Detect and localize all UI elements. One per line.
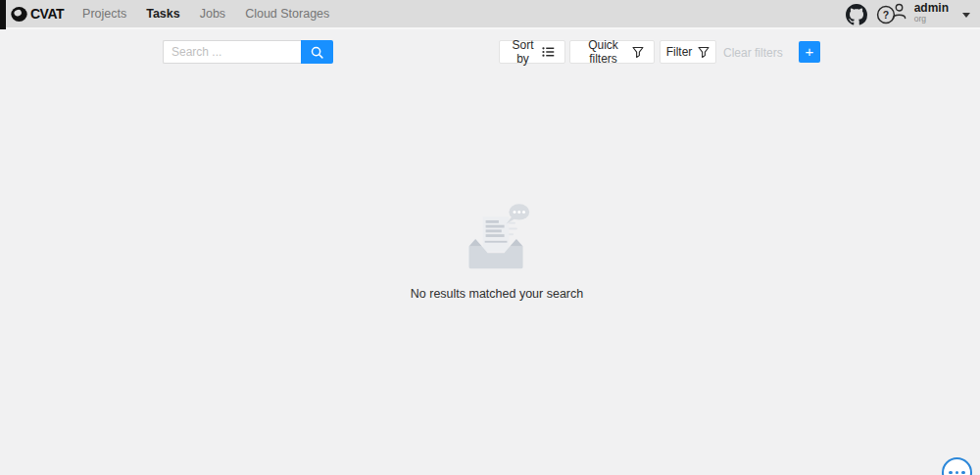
tasks-page: CVAT Projects Tasks Jobs Cloud Storages … bbox=[0, 0, 980, 475]
empty-state: No results matched your search bbox=[350, 202, 644, 301]
top-navbar: CVAT Projects Tasks Jobs Cloud Storages … bbox=[0, 0, 980, 29]
cvat-logo[interactable]: CVAT bbox=[10, 5, 64, 24]
user-icon bbox=[891, 2, 907, 24]
search-icon bbox=[311, 46, 323, 59]
filter-button[interactable]: Filter bbox=[660, 40, 716, 64]
funnel-icon bbox=[632, 46, 644, 59]
empty-state-message: No results matched your search bbox=[350, 287, 644, 301]
svg-text:?: ? bbox=[883, 9, 889, 21]
empty-inbox-illustration bbox=[460, 202, 534, 278]
search-button[interactable] bbox=[301, 40, 333, 64]
user-org: org bbox=[914, 15, 949, 24]
chat-dots-icon bbox=[956, 471, 959, 475]
window-edge-strip bbox=[0, 0, 6, 29]
filter-label: Filter bbox=[666, 45, 693, 59]
create-task-button[interactable]: + bbox=[799, 41, 820, 63]
search-input[interactable] bbox=[163, 40, 301, 64]
nav-item-cloud-storages[interactable]: Cloud Storages bbox=[245, 7, 329, 21]
sort-by-button[interactable]: Sort by bbox=[499, 40, 565, 64]
github-icon[interactable] bbox=[846, 4, 867, 25]
unordered-list-icon bbox=[542, 46, 555, 58]
main-nav: Projects Tasks Jobs Cloud Storages bbox=[82, 7, 349, 21]
quick-filters-button[interactable]: Quick filters bbox=[569, 40, 655, 64]
nav-item-projects[interactable]: Projects bbox=[82, 7, 126, 21]
user-menu[interactable]: admin org bbox=[891, 2, 970, 24]
chat-widget-button[interactable] bbox=[942, 457, 972, 475]
quick-filters-label: Quick filters bbox=[580, 38, 626, 66]
clear-filters-button[interactable]: Clear filters bbox=[723, 46, 783, 60]
nav-item-jobs[interactable]: Jobs bbox=[200, 7, 225, 21]
cvat-logo-icon bbox=[10, 5, 28, 24]
nav-item-tasks[interactable]: Tasks bbox=[146, 7, 180, 21]
search-bar bbox=[163, 40, 333, 64]
funnel-icon bbox=[698, 46, 710, 59]
caret-down-icon[interactable] bbox=[962, 13, 970, 18]
sort-by-label: Sort by bbox=[510, 38, 536, 66]
user-names: admin org bbox=[914, 2, 949, 24]
chat-dots-icon bbox=[949, 471, 953, 475]
chat-dots-icon bbox=[961, 471, 965, 475]
logo-text: CVAT bbox=[30, 6, 64, 22]
